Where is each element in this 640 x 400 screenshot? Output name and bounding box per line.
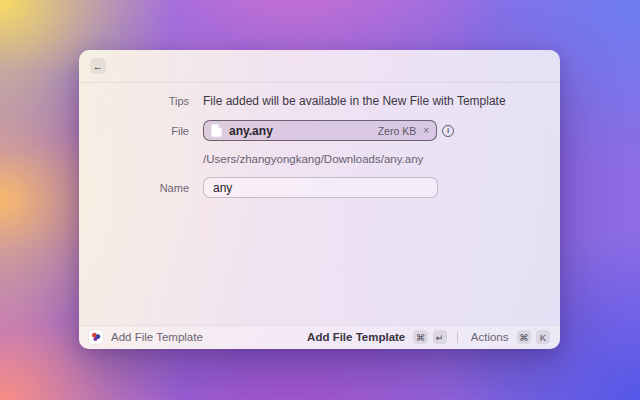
file-path: /Users/zhangyongkang/Downloads/any.any [203,153,423,165]
action-bar: Add File Template Add File Template ⌘ ↵ … [79,325,560,350]
file-size-badge: Zero KB [378,125,417,137]
primary-action-button[interactable]: Add File Template [307,331,405,343]
footer-left: Add File Template [89,330,307,344]
tips-label: Tips [139,95,189,107]
name-label: Name [139,182,189,194]
arrow-left-icon: ← [93,60,104,72]
return-key-icon: ↵ [433,330,447,344]
file-icon [211,124,222,137]
template-extension-icon [89,330,103,344]
file-label: File [139,125,189,137]
desktop-background: ← Tips File added will be available in t… [0,0,640,400]
command-key-icon: ⌘ [517,330,532,344]
close-icon[interactable]: × [423,126,429,136]
footer-right: Add File Template ⌘ ↵ Actions ⌘ K [307,330,550,344]
info-icon[interactable]: i [442,125,454,137]
back-button[interactable]: ← [90,58,106,74]
add-file-template-window: ← Tips File added will be available in t… [79,50,560,349]
file-chip[interactable]: any.any Zero KB × [203,120,437,141]
footer-divider [457,332,458,343]
command-key-icon: ⌘ [413,330,428,344]
extension-title: Add File Template [111,331,203,343]
tips-text: File added will be available in the New … [203,94,506,108]
actions-button[interactable]: Actions [471,331,509,343]
k-key-icon: K [536,330,550,344]
file-chip-name: any.any [229,124,378,138]
window-header: ← [79,50,560,83]
name-input[interactable] [203,177,438,198]
